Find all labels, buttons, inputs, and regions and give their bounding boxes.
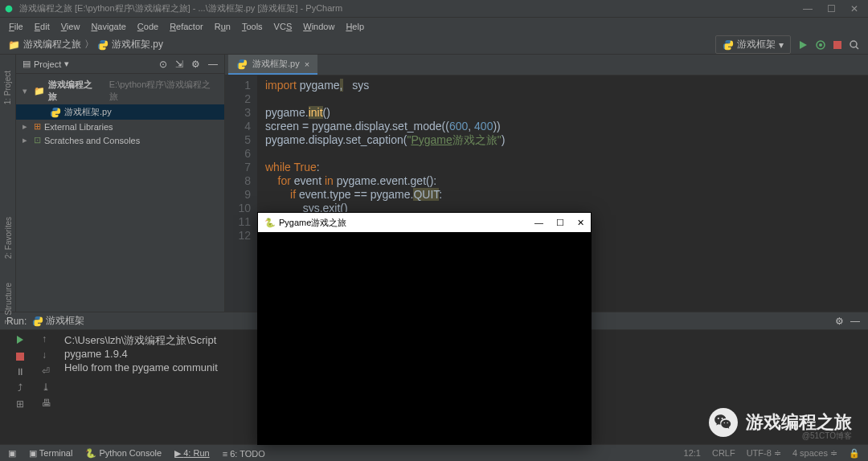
pause-button[interactable]: ⏸ <box>15 366 25 377</box>
pygame-window[interactable]: 🐍 Pygame游戏之旅 — ☐ ✕ <box>257 212 592 445</box>
gear-icon[interactable]: ⚙ <box>835 316 844 327</box>
menu-run[interactable]: Run <box>209 22 236 31</box>
python-run-icon <box>32 316 43 327</box>
menu-navigate[interactable]: Navigate <box>85 22 131 31</box>
breadcrumb-file[interactable]: 游戏框架.py <box>112 38 163 51</box>
tool-square-icon[interactable]: ▣ <box>8 448 16 459</box>
close-button[interactable]: ✕ <box>850 3 858 14</box>
line-separator[interactable]: CRLF <box>712 448 735 459</box>
pygame-title-text: Pygame游戏之旅 <box>279 217 346 229</box>
project-tool-icon: ▤ <box>23 59 31 69</box>
run-config-selector[interactable]: 游戏框架 ▾ <box>715 35 791 54</box>
indent-setting[interactable]: 4 spaces ≑ <box>792 448 837 459</box>
wrap-button[interactable]: ⏎ <box>42 365 56 377</box>
svg-point-1 <box>6 5 13 12</box>
menu-tools[interactable]: Tools <box>236 22 268 31</box>
menu-code[interactable]: Code <box>132 22 164 31</box>
project-tab[interactable]: 1: Project <box>3 71 12 104</box>
window-title: 游戏编程之旅 [E:\python程序\游戏编程之旅] - ...\游戏框架.p… <box>19 2 803 14</box>
menu-refactor[interactable]: Refactor <box>164 22 209 31</box>
menu-view[interactable]: View <box>55 22 86 31</box>
pygame-maximize[interactable]: ☐ <box>556 218 564 228</box>
print-button[interactable]: 🖶 <box>42 398 56 409</box>
breadcrumb-folder[interactable]: 游戏编程之旅 <box>23 38 81 51</box>
up-button[interactable]: ↑ <box>42 333 56 345</box>
scroll-button[interactable]: ⤓ <box>42 381 56 393</box>
project-panel-title: Project <box>34 59 61 69</box>
tree-ext-libs-label: External Libraries <box>44 122 113 132</box>
svg-point-5 <box>850 41 857 47</box>
menu-help[interactable]: Help <box>340 22 370 31</box>
python-file-icon <box>236 59 248 70</box>
rerun-button[interactable] <box>14 333 26 345</box>
todo-tab[interactable]: ≡ 6: TODO <box>223 449 265 459</box>
tree-scratches-label: Scratches and Consoles <box>44 136 140 145</box>
folder-icon: 📁 <box>8 39 20 51</box>
pygame-titlebar[interactable]: 🐍 Pygame游戏之旅 — ☐ ✕ <box>258 213 591 232</box>
hide-icon[interactable]: — <box>208 59 218 70</box>
run-button[interactable] <box>797 39 809 51</box>
pygame-minimize[interactable]: — <box>534 218 543 228</box>
tree-external-libs[interactable]: ▸⊞ External Libraries <box>16 120 224 133</box>
tree-root[interactable]: ▾📁 游戏编程之旅 E:\python程序\游戏编程之旅 <box>16 77 224 104</box>
watermark-source: @51CTO博客 <box>802 430 852 442</box>
editor-tab-label: 游戏框架.py <box>252 58 300 70</box>
run-tab[interactable]: ▶ 4: Run <box>174 448 209 459</box>
lock-icon[interactable]: 🔒 <box>849 448 860 459</box>
collapse-icon[interactable]: ⇲ <box>175 59 183 70</box>
tree-scratches[interactable]: ▸⊡ Scratches and Consoles <box>16 133 224 147</box>
stop-button[interactable] <box>15 350 25 361</box>
run-tab-name[interactable]: 游戏框架 <box>46 314 84 328</box>
debug-button[interactable] <box>815 39 826 51</box>
app-icon <box>3 3 14 14</box>
editor-tab[interactable]: 游戏框架.py × <box>228 55 317 75</box>
pygame-close[interactable]: ✕ <box>577 218 584 228</box>
python-file-icon <box>50 107 61 118</box>
python-file-icon <box>97 39 108 51</box>
layout-button[interactable]: ⊞ <box>16 398 24 410</box>
menubar: File Edit View Navigate Code Refactor Ru… <box>0 18 868 35</box>
svg-point-3 <box>819 43 822 47</box>
chevron-down-icon[interactable]: ▾ <box>64 59 69 69</box>
menu-file[interactable]: File <box>3 22 29 31</box>
exit-button[interactable]: ⤴ <box>18 382 23 394</box>
pygame-canvas[interactable] <box>258 232 591 444</box>
tree-file[interactable]: 游戏框架.py <box>16 104 224 120</box>
breadcrumb-separator: 〉 <box>84 38 94 51</box>
window-titlebar: 游戏编程之旅 [E:\python程序\游戏编程之旅] - ...\游戏框架.p… <box>0 0 868 18</box>
cursor-position[interactable]: 12:1 <box>684 448 701 459</box>
structure-tab[interactable]: 7: Structure <box>4 283 13 324</box>
maximize-button[interactable]: ☐ <box>827 3 836 14</box>
run-toolbar: ⏸ ⤴ ⊞ <box>0 312 40 444</box>
terminal-tab[interactable]: ▣ Terminal <box>29 448 72 459</box>
python-run-icon <box>723 39 734 51</box>
minimize-button[interactable]: — <box>803 3 813 14</box>
menu-window[interactable]: Window <box>297 22 340 31</box>
tree-file-label: 游戏框架.py <box>64 106 112 118</box>
svg-line-6 <box>856 47 858 49</box>
line-gutter: 123456789101112 <box>225 75 257 312</box>
chevron-down-icon: ▾ <box>779 39 784 51</box>
run-config-name: 游戏框架 <box>737 38 776 51</box>
menu-vcs[interactable]: VCS <box>268 22 298 31</box>
favorites-tab[interactable]: 2: Favorites <box>4 217 13 259</box>
wechat-icon <box>709 408 738 437</box>
stop-button[interactable] <box>833 40 842 50</box>
gear-icon[interactable]: ⚙ <box>191 59 200 70</box>
project-panel: ▤ Project ▾ ⊙ ⇲ ⚙ — ▾📁 游戏编程之旅 E:\python程… <box>16 55 225 312</box>
tree-root-label: 游戏编程之旅 <box>48 79 100 103</box>
locate-icon[interactable]: ⊙ <box>159 59 167 70</box>
tree-root-path: E:\python程序\游戏编程之旅 <box>109 79 218 103</box>
navigation-bar: 📁 游戏编程之旅 〉 游戏框架.py 游戏框架 ▾ <box>0 35 868 55</box>
close-tab-icon[interactable]: × <box>305 59 309 69</box>
python-console-tab[interactable]: 🐍 Python Console <box>85 448 162 459</box>
hide-icon[interactable]: — <box>850 316 860 327</box>
search-button[interactable] <box>849 39 860 51</box>
pygame-icon: 🐍 <box>264 218 276 228</box>
down-button[interactable]: ↓ <box>42 349 56 361</box>
svg-rect-4 <box>833 41 841 49</box>
file-encoding[interactable]: UTF-8 ≑ <box>747 448 781 459</box>
menu-edit[interactable]: Edit <box>29 22 55 31</box>
bottom-toolbar: ▣ ▣ Terminal 🐍 Python Console ▶ 4: Run ≡… <box>0 444 868 461</box>
svg-rect-7 <box>16 353 24 361</box>
